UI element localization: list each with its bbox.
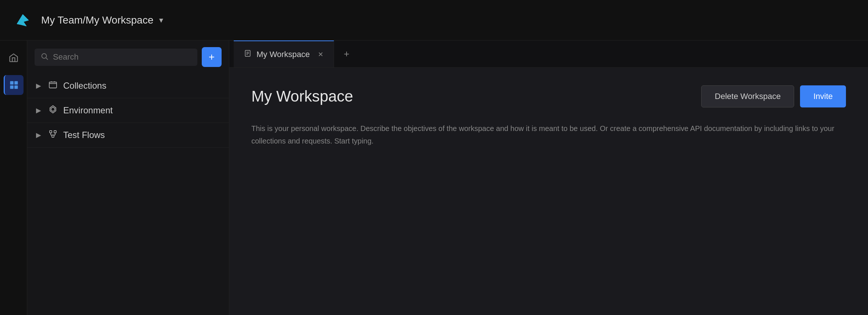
- testflows-label: Test Flows: [63, 130, 105, 140]
- top-bar: My Team/My Workspace ▾: [0, 0, 868, 40]
- chevron-icon: ▶: [36, 106, 41, 114]
- collections-icon: [49, 80, 57, 91]
- workspace-header: My Workspace Delete Workspace Invite: [251, 85, 846, 107]
- environment-icon: [49, 105, 57, 116]
- workspace-content: My Workspace Delete Workspace Invite Thi…: [229, 68, 868, 315]
- main-layout: Search + ▶ Collections ▶: [0, 40, 868, 315]
- svg-rect-1: [14, 81, 18, 85]
- workspace-dropdown[interactable]: ▾: [159, 15, 163, 25]
- testflows-icon: [49, 130, 57, 141]
- header-buttons: Delete Workspace Invite: [701, 85, 846, 107]
- app-logo: [13, 11, 32, 30]
- tab-close-button[interactable]: ✕: [318, 50, 323, 59]
- chevron-icon: ▶: [36, 82, 41, 90]
- environment-label: Environment: [63, 105, 113, 116]
- search-icon: [40, 52, 49, 62]
- svg-rect-0: [10, 81, 14, 85]
- icon-rail: [0, 40, 27, 315]
- sidebar-item-environment[interactable]: ▶ Environment: [27, 98, 229, 123]
- svg-rect-3: [14, 85, 18, 89]
- home-nav-icon[interactable]: [4, 48, 24, 68]
- sidebar-item-testflows[interactable]: ▶ Test Flows: [27, 123, 229, 148]
- svg-rect-2: [10, 85, 14, 89]
- workspace-description: This is your personal workspace. Describ…: [251, 122, 839, 147]
- tab-doc-icon: [244, 50, 251, 59]
- search-placeholder: Search: [53, 52, 79, 62]
- sidebar-search-row: Search +: [27, 40, 229, 74]
- tab-label: My Workspace: [257, 50, 310, 59]
- svg-rect-9: [50, 131, 52, 133]
- workspace-path-label: My Team/My Workspace: [41, 14, 153, 26]
- workspace-title: My Workspace: [251, 88, 353, 105]
- svg-line-5: [46, 58, 48, 60]
- tab-add-button[interactable]: +: [337, 45, 356, 64]
- collections-label: Collections: [63, 81, 106, 91]
- tab-bar: My Workspace ✕ +: [229, 40, 868, 68]
- content-area: My Workspace ✕ + My Workspace Delete Wor…: [229, 40, 868, 315]
- invite-button[interactable]: Invite: [800, 85, 846, 107]
- svg-rect-10: [54, 131, 56, 133]
- add-button[interactable]: +: [202, 47, 222, 67]
- svg-marker-8: [51, 107, 55, 112]
- svg-rect-6: [49, 82, 57, 88]
- collections-nav-icon[interactable]: [4, 75, 24, 95]
- sidebar: Search + ▶ Collections ▶: [27, 40, 229, 315]
- sidebar-item-collections[interactable]: ▶ Collections: [27, 74, 229, 98]
- chevron-icon: ▶: [36, 131, 41, 139]
- svg-point-4: [42, 53, 47, 58]
- delete-workspace-button[interactable]: Delete Workspace: [701, 85, 794, 107]
- tab-my-workspace[interactable]: My Workspace ✕: [234, 40, 334, 67]
- search-box[interactable]: Search: [35, 49, 197, 66]
